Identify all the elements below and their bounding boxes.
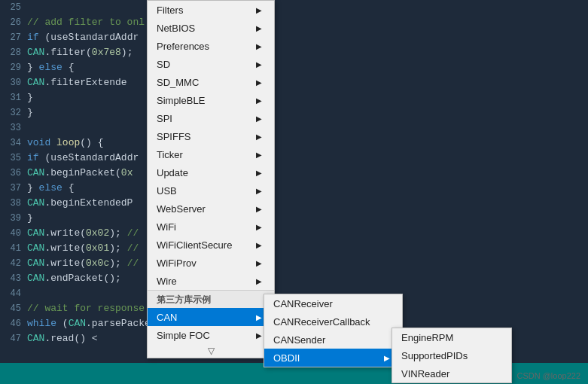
arrow-icon: ▶ (256, 114, 262, 123)
arrow-icon: ▶ (384, 354, 390, 362)
arrow-icon: ▶ (256, 259, 262, 267)
menu-item-filters[interactable]: Filters ▶ (148, 1, 274, 19)
section-label-third-party: 第三方库示例 (148, 290, 274, 308)
menu-item-sd-mmc[interactable]: SD_MMC ▶ (148, 73, 274, 91)
menu-item-usb[interactable]: USB ▶ (148, 181, 274, 200)
arrow-icon: ▶ (256, 241, 262, 249)
menu-item-update[interactable]: Update ▶ (148, 163, 274, 181)
menu-item-simple-foc[interactable]: Simple FOC ▶ (148, 326, 274, 344)
can-submenu: CANReceiver CANReceiverCallback CANSende… (264, 294, 403, 367)
menu-item-ticker[interactable]: Ticker ▶ (148, 145, 274, 163)
menu-item-netbios[interactable]: NetBIOS ▶ (148, 19, 274, 37)
main-context-menu: Filters ▶ NetBIOS ▶ Preferences ▶ SD ▶ S… (147, 0, 275, 358)
menu-item-cansender[interactable]: CANSender (264, 331, 402, 349)
arrow-icon: ▶ (256, 6, 262, 14)
menu-item-wire[interactable]: Wire ▶ (148, 272, 274, 290)
arrow-icon: ▶ (256, 331, 262, 340)
menu-item-webserver[interactable]: WebServer ▶ (148, 200, 274, 218)
arrow-icon: ▶ (256, 151, 262, 159)
watermark: CSDN @loop222 (516, 371, 580, 380)
menu-item-preferences[interactable]: Preferences ▶ (148, 37, 274, 55)
menu-item-wifi[interactable]: WiFi ▶ (148, 218, 274, 236)
menu-item-enginerpm[interactable]: EngineRPM (392, 328, 511, 346)
menu-item-simpleble[interactable]: SimpleBLE ▶ (148, 91, 274, 109)
arrow-icon: ▶ (256, 205, 262, 213)
menu-item-canreceivercallback[interactable]: CANReceiverCallback (264, 312, 402, 331)
arrow-icon: ▶ (256, 133, 262, 141)
menu-item-wifiprov[interactable]: WiFiProv ▶ (148, 254, 274, 272)
menu-item-canreceiver[interactable]: CANReceiver (264, 294, 402, 312)
arrow-icon: ▶ (256, 96, 262, 105)
menu-item-wificlientsecure[interactable]: WiFiClientSecure ▶ (148, 236, 274, 254)
arrow-icon: ▶ (256, 42, 262, 50)
arrow-icon: ▶ (256, 187, 262, 195)
menu-item-obdii[interactable]: OBDII ▶ (264, 349, 402, 367)
menu-item-spi[interactable]: SPI ▶ (148, 109, 274, 127)
menu-item-vinreader[interactable]: VINReader (392, 364, 511, 382)
arrow-icon: ▶ (256, 277, 262, 285)
menu-item-can[interactable]: CAN ▶ (148, 308, 274, 326)
menu-item-supportedpids[interactable]: SupportedPIDs (392, 346, 511, 364)
menu-item-sd[interactable]: SD ▶ (148, 55, 274, 73)
arrow-icon: ▶ (256, 223, 262, 231)
arrow-icon: ▶ (256, 24, 262, 32)
arrow-icon: ▶ (256, 60, 262, 69)
arrow-icon: ▶ (256, 313, 262, 322)
obdii-submenu: EngineRPM SupportedPIDs VINReader (391, 328, 512, 383)
menu-item-spiffs[interactable]: SPIFFS ▶ (148, 127, 274, 145)
arrow-icon: ▶ (256, 169, 262, 177)
arrow-icon: ▶ (256, 78, 262, 87)
scroll-down-indicator[interactable]: ▽ (148, 344, 274, 358)
